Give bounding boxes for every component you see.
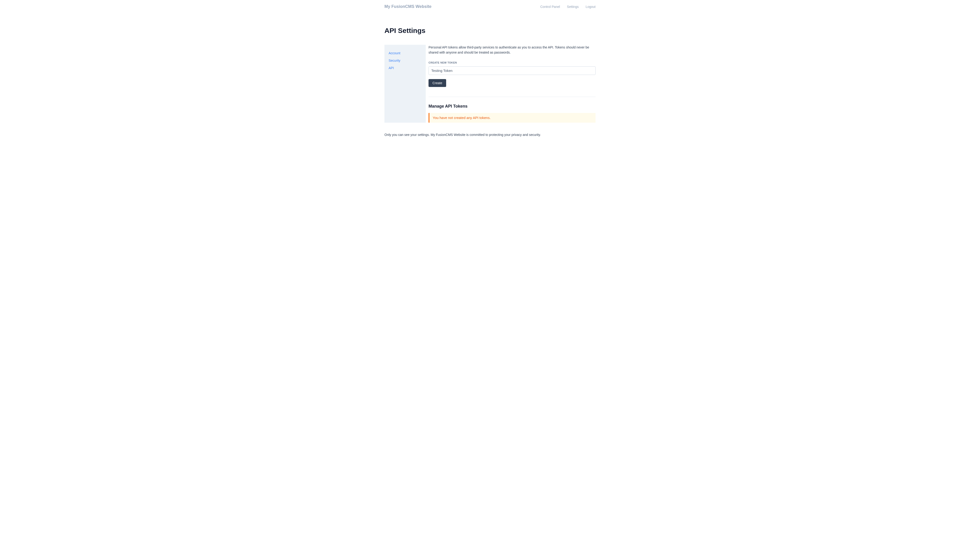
- intro-text: Personal API tokens allow third-party se…: [428, 45, 595, 55]
- create-button[interactable]: Create: [428, 79, 446, 87]
- empty-tokens-message: You have not created any API tokens.: [433, 116, 491, 120]
- main-content: Personal API tokens allow third-party se…: [426, 45, 595, 123]
- sidebar-item-security[interactable]: Security: [388, 57, 422, 64]
- manage-tokens-title: Manage API Tokens: [428, 104, 595, 109]
- nav-control-panel[interactable]: Control Panel: [540, 5, 560, 9]
- header: My FusionCMS Website Control Panel Setti…: [385, 0, 595, 13]
- footer-text: Only you can see your settings. My Fusio…: [385, 133, 595, 137]
- site-title[interactable]: My FusionCMS Website: [385, 4, 431, 9]
- content-wrapper: Account Security API Personal API tokens…: [385, 45, 595, 123]
- sidebar-item-api[interactable]: API: [388, 65, 422, 71]
- page-title: API Settings: [385, 27, 595, 35]
- nav-links: Control Panel Settings Logout: [540, 5, 595, 9]
- sidebar: Account Security API: [385, 45, 426, 123]
- token-name-input[interactable]: [428, 66, 595, 75]
- nav-settings[interactable]: Settings: [567, 5, 579, 9]
- sidebar-item-account[interactable]: Account: [388, 50, 422, 56]
- divider: [428, 97, 595, 97]
- create-token-label: CREATE NEW TOKEN: [428, 61, 595, 64]
- empty-tokens-alert: You have not created any API tokens.: [428, 113, 595, 123]
- nav-logout[interactable]: Logout: [585, 5, 595, 9]
